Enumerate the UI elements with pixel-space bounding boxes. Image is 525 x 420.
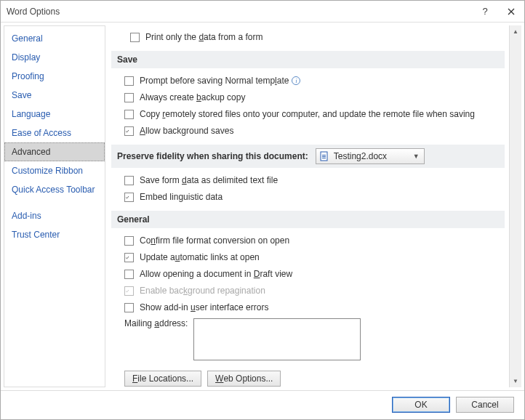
mailing-address-input[interactable] (193, 318, 361, 360)
print-only-data-checkbox[interactable] (130, 33, 140, 42)
sidebar-item-proofing[interactable]: Proofing (4, 67, 105, 86)
file-locations-button[interactable]: File Locations... (124, 371, 201, 387)
scroll-track[interactable] (510, 38, 521, 375)
info-icon[interactable]: i (292, 76, 300, 85)
mailing-address-row: Mailing address: (124, 318, 505, 360)
bg-saves-row: Allow background saves (124, 123, 505, 139)
prompt-normal-row: Prompt before saving Normal template i (124, 73, 505, 89)
copy-remote-label: Copy remotely stored files onto your com… (140, 109, 475, 119)
scroll-down-arrow-icon[interactable]: ▼ (510, 375, 521, 387)
backup-label: Always create backup copy (140, 92, 245, 102)
web-options-button[interactable]: Web Options... (207, 371, 281, 387)
auto-links-row: Update automatic links at open (124, 249, 505, 265)
sidebar-item-quick-access-toolbar[interactable]: Quick Access Toolbar (4, 180, 105, 199)
section-fidelity-label: Preserve fidelity when sharing this docu… (117, 151, 308, 161)
sidebar-item-general[interactable]: General (4, 29, 105, 48)
bg-repag-checkbox (124, 286, 134, 296)
draft-view-checkbox[interactable] (124, 270, 134, 279)
embed-linguistic-row: Embed linguistic data (124, 189, 505, 205)
bg-saves-label: Allow background saves (140, 126, 233, 136)
vertical-scrollbar[interactable]: ▲ ▼ (509, 25, 521, 387)
backup-row: Always create backup copy (124, 89, 505, 105)
help-button[interactable]: ? (472, 1, 498, 23)
auto-links-checkbox[interactable] (124, 253, 134, 262)
bg-repag-row: Enable background repagination (124, 283, 505, 299)
content-pane: Print only the data from a form Save Pro… (105, 25, 509, 387)
prompt-normal-checkbox[interactable] (124, 76, 134, 86)
section-save-header: Save (111, 51, 505, 68)
addin-err-checkbox[interactable] (124, 303, 134, 312)
addin-err-row: Show add-in user interface errors (124, 299, 505, 315)
titlebar: Word Options ? (1, 1, 524, 23)
footer: OK Cancel (1, 390, 524, 418)
embed-linguistic-checkbox[interactable] (124, 193, 134, 202)
draft-view-row: Allow opening a document in Draft view (124, 266, 505, 282)
save-form-delim-checkbox[interactable] (124, 176, 134, 185)
confirm-conv-row: Confirm file format conversion on open (124, 233, 505, 249)
copy-remote-checkbox[interactable] (124, 110, 134, 119)
confirm-conv-checkbox[interactable] (124, 236, 134, 246)
close-icon (508, 8, 515, 15)
document-icon (319, 151, 329, 161)
draft-view-label: Allow opening a document in Draft view (140, 269, 292, 279)
section-fidelity-header: Preserve fidelity when sharing this docu… (111, 145, 505, 168)
prompt-normal-label: Prompt before saving Normal template (140, 76, 289, 86)
save-form-delim-label: Save form data as delimited text file (140, 175, 278, 185)
window-title: Word Options (7, 7, 472, 17)
print-only-data-row: Print only the data from a form (117, 29, 505, 45)
fidelity-doc-dropdown[interactable]: Testing2.docx ▼ (316, 148, 425, 164)
sidebar-item-trust-center[interactable]: Trust Center (4, 225, 105, 244)
section-general-header: General (111, 211, 505, 228)
addin-err-label: Show add-in user interface errors (140, 302, 268, 312)
sidebar-item-ease-of-access[interactable]: Ease of Access (4, 124, 105, 142)
sidebar-item-customize-ribbon[interactable]: Customize Ribbon (4, 161, 105, 180)
print-only-data-label: Print only the data from a form (145, 32, 262, 42)
chevron-down-icon: ▼ (412, 153, 421, 160)
bg-repag-label: Enable background repagination (140, 286, 265, 296)
svg-rect-4 (322, 156, 326, 157)
auto-links-label: Update automatic links at open (140, 252, 260, 262)
backup-checkbox[interactable] (124, 93, 134, 102)
svg-rect-3 (322, 155, 326, 156)
fidelity-doc-value: Testing2.docx (334, 151, 407, 161)
confirm-conv-label: Confirm file format conversion on open (140, 235, 289, 246)
ok-button[interactable]: OK (392, 397, 450, 413)
bg-saves-checkbox[interactable] (124, 126, 134, 136)
embed-linguistic-label: Embed linguistic data (140, 192, 223, 202)
mailing-address-label: Mailing address: (124, 318, 188, 328)
save-form-delim-row: Save form data as delimited text file (124, 172, 505, 188)
sidebar-item-advanced[interactable]: Advanced (4, 142, 105, 161)
sidebar-item-language[interactable]: Language (4, 105, 105, 124)
sidebar-item-save[interactable]: Save (4, 86, 105, 105)
copy-remote-row: Copy remotely stored files onto your com… (124, 106, 505, 122)
cancel-button[interactable]: Cancel (456, 397, 514, 413)
sidebar: General Display Proofing Save Language E… (4, 25, 105, 387)
sidebar-item-display[interactable]: Display (4, 48, 105, 67)
sidebar-item-add-ins[interactable]: Add-ins (4, 206, 105, 225)
scroll-up-arrow-icon[interactable]: ▲ (510, 25, 521, 38)
svg-rect-5 (322, 158, 326, 158)
close-button[interactable] (498, 1, 524, 23)
